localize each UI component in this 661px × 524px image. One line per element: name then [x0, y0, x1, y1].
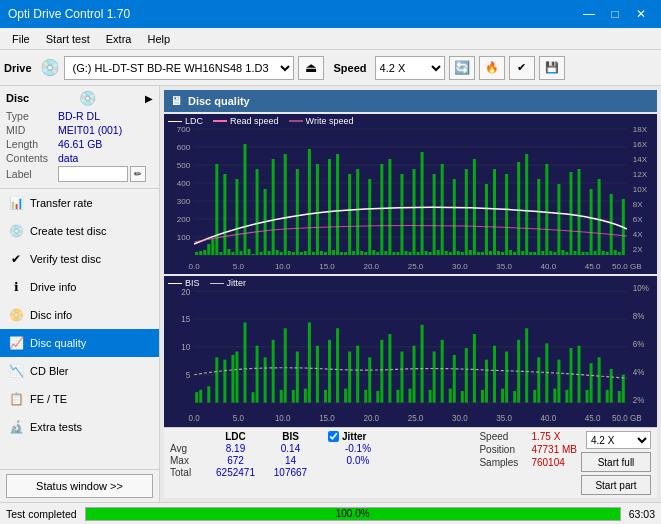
svg-text:30.0: 30.0 [452, 262, 468, 271]
eject-button[interactable]: ⏏ [298, 56, 324, 80]
svg-rect-217 [513, 391, 516, 403]
nav-label-drive-info: Drive info [30, 281, 76, 293]
nav-label-disc-quality: Disc quality [30, 337, 86, 349]
svg-rect-188 [324, 390, 327, 403]
svg-rect-61 [296, 169, 299, 255]
avg-bis: 0.14 [263, 443, 318, 454]
svg-rect-232 [610, 369, 613, 403]
svg-rect-191 [344, 389, 347, 403]
svg-rect-177 [252, 392, 255, 402]
svg-text:8X: 8X [633, 200, 643, 209]
svg-rect-187 [316, 346, 319, 403]
nav-item-cd-bler[interactable]: 📉 CD Bler [0, 357, 159, 385]
disc-quality-header-icon: 🖥 [170, 94, 182, 108]
contents-label: Contents [6, 152, 58, 164]
disc-quality-title: Disc quality [188, 95, 250, 107]
label-input[interactable] [58, 166, 128, 182]
nav-item-transfer-rate[interactable]: 📊 Transfer rate [0, 189, 159, 217]
label-label: Label [6, 168, 58, 180]
menu-help[interactable]: Help [139, 31, 178, 47]
mid-value: MEIT01 (001) [58, 124, 122, 136]
nav-item-drive-info[interactable]: ℹ Drive info [0, 273, 159, 301]
nav-label-create-test-disc: Create test disc [30, 225, 106, 237]
svg-rect-141 [618, 252, 621, 255]
contents-value[interactable]: data [58, 152, 78, 164]
svg-rect-207 [449, 389, 452, 403]
nav-item-disc-info[interactable]: 📀 Disc info [0, 301, 159, 329]
svg-text:5: 5 [186, 370, 191, 381]
svg-text:40.0: 40.0 [541, 413, 557, 424]
menu-extra[interactable]: Extra [98, 31, 140, 47]
svg-rect-213 [485, 360, 488, 403]
nav-label-extra-tests: Extra tests [30, 421, 82, 433]
nav-item-disc-quality[interactable]: 📈 Disc quality [0, 329, 159, 357]
svg-rect-45 [231, 252, 234, 255]
svg-rect-233 [618, 391, 621, 403]
svg-text:600: 600 [177, 143, 191, 152]
svg-rect-80 [372, 250, 375, 255]
svg-rect-65 [312, 252, 315, 255]
speed-select[interactable]: 4.2 X [375, 56, 445, 80]
nav-item-extra-tests[interactable]: 🔬 Extra tests [0, 413, 159, 441]
svg-rect-56 [276, 250, 279, 255]
nav-label-verify-test-disc: Verify test disc [30, 253, 101, 265]
svg-text:18X: 18X [633, 125, 648, 134]
label-edit-button[interactable]: ✏ [130, 166, 146, 182]
start-part-button[interactable]: Start part [581, 475, 651, 495]
svg-rect-70 [332, 250, 335, 255]
type-label: Type [6, 110, 58, 122]
status-window-button[interactable]: Status window >> [6, 474, 153, 498]
maximize-button[interactable]: □ [603, 4, 627, 24]
svg-rect-221 [537, 357, 540, 402]
svg-rect-103 [465, 169, 468, 255]
disc-info-icon: 📀 [8, 307, 24, 323]
close-button[interactable]: ✕ [629, 4, 653, 24]
minimize-button[interactable]: — [577, 4, 601, 24]
menubar: File Start test Extra Help [0, 28, 661, 50]
svg-rect-54 [268, 251, 271, 255]
start-full-button[interactable]: Start full [581, 452, 651, 472]
status-bar: Test completed 100.0% 63:03 [0, 502, 661, 524]
menu-start-test[interactable]: Start test [38, 31, 98, 47]
svg-text:5.0: 5.0 [233, 413, 244, 424]
drive-select[interactable]: (G:) HL-DT-ST BD-RE WH16NS48 1.D3 [64, 56, 294, 80]
refresh-button[interactable]: 🔄 [449, 56, 475, 80]
svg-text:6%: 6% [633, 338, 645, 349]
nav-label-fe-te: FE / TE [30, 393, 67, 405]
svg-rect-95 [433, 174, 436, 255]
svg-text:45.0: 45.0 [585, 262, 601, 271]
svg-rect-87 [400, 174, 403, 255]
nav-item-create-test-disc[interactable]: 💿 Create test disc [0, 217, 159, 245]
svg-rect-179 [264, 357, 267, 402]
save-button[interactable]: 💾 [539, 56, 565, 80]
svg-rect-106 [477, 252, 480, 255]
jitter-checkbox[interactable] [328, 431, 339, 442]
svg-rect-211 [473, 334, 476, 403]
svg-rect-125 [553, 252, 556, 255]
svg-text:25.0: 25.0 [408, 262, 424, 271]
svg-text:50.0 GB: 50.0 GB [612, 413, 642, 424]
svg-rect-62 [300, 252, 303, 255]
svg-rect-94 [429, 252, 432, 255]
svg-rect-81 [376, 252, 379, 255]
svg-rect-37 [199, 251, 202, 255]
svg-rect-113 [505, 174, 508, 255]
svg-text:10.0: 10.0 [275, 413, 291, 424]
burn-button[interactable]: 🔥 [479, 56, 505, 80]
svg-rect-58 [284, 154, 287, 255]
svg-rect-88 [404, 251, 407, 255]
nav-label-disc-info: Disc info [30, 309, 72, 321]
svg-rect-105 [473, 159, 476, 255]
speed-select-stats[interactable]: 4.2 X [586, 431, 651, 449]
svg-rect-133 [586, 252, 589, 255]
verify-button[interactable]: ✔ [509, 56, 535, 80]
svg-rect-200 [400, 352, 403, 403]
svg-text:2%: 2% [633, 394, 645, 405]
nav-item-verify-test-disc[interactable]: ✔ Verify test disc [0, 245, 159, 273]
menu-file[interactable]: File [4, 31, 38, 47]
svg-rect-226 [569, 348, 572, 403]
nav-item-fe-te[interactable]: 📋 FE / TE [0, 385, 159, 413]
chart1-legend: LDC Read speed Write speed [168, 116, 353, 126]
svg-rect-91 [417, 252, 420, 255]
create-test-disc-icon: 💿 [8, 223, 24, 239]
